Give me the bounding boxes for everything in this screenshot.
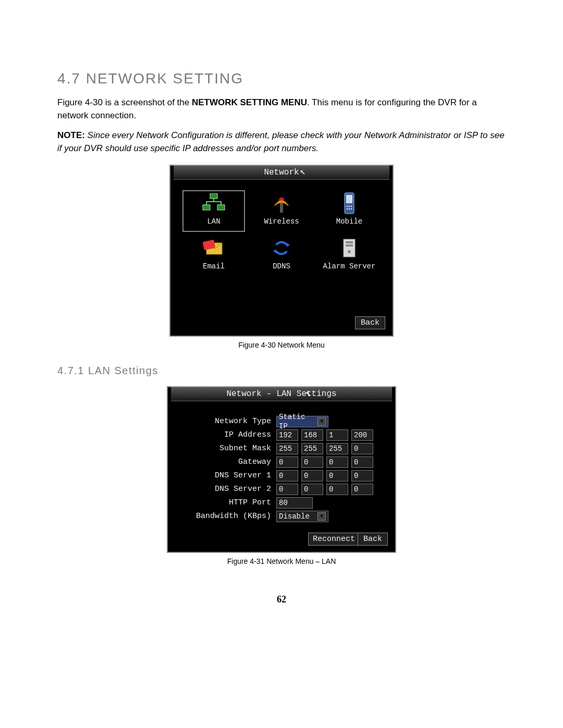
label-subnet-mask: Subnet Mask — [182, 444, 276, 453]
svg-rect-1 — [203, 205, 210, 210]
chevron-down-icon: ▼ — [317, 417, 326, 426]
input-dns1-1[interactable]: 0 — [276, 470, 298, 482]
ddns-icon — [250, 235, 313, 261]
back-button[interactable]: Back — [355, 316, 385, 329]
svg-rect-19 — [346, 244, 353, 246]
input-dns1-4[interactable]: 0 — [351, 470, 373, 482]
menu-item-wireless[interactable]: Wireless — [250, 190, 313, 232]
figure-4-31-caption: Figure 4-31 Network Menu – LAN — [57, 557, 506, 565]
input-ip-3[interactable]: 1 — [326, 429, 348, 441]
svg-point-20 — [348, 250, 351, 253]
note-body: Since every Network Configuration is dif… — [57, 130, 505, 153]
reconnect-button[interactable]: Reconnect — [308, 533, 360, 546]
svg-marker-15 — [287, 243, 290, 247]
label-http-port: HTTP Port — [182, 498, 276, 507]
menu-item-label: Alarm Server — [318, 261, 381, 270]
svg-point-12 — [351, 208, 352, 209]
note-label: NOTE: — [57, 130, 85, 140]
menu-item-label: Email — [182, 261, 245, 270]
figure-4-30-screenshot: ↖ Network LAN — [169, 165, 394, 337]
input-ip-4[interactable]: 200 — [351, 429, 373, 441]
wireless-icon — [250, 190, 313, 216]
input-mask-1[interactable]: 255 — [276, 443, 298, 454]
input-ip-2[interactable]: 168 — [301, 429, 323, 441]
input-dns2-4[interactable]: 0 — [351, 484, 373, 495]
figure-4-30-caption: Figure 4-30 Network Menu — [57, 341, 506, 349]
svg-point-9 — [351, 205, 352, 207]
figure-4-31-screenshot: ↖ Network - LAN Settings Network Type St… — [167, 386, 396, 553]
label-dns1: DNS Server 1 — [182, 471, 276, 480]
input-mask-2[interactable]: 255 — [301, 443, 323, 454]
menu-item-alarm-server[interactable]: Alarm Server — [318, 235, 381, 277]
input-gateway-2[interactable]: 0 — [301, 456, 323, 468]
section-heading: 4.7 NETWORK SETTING — [57, 70, 506, 87]
menu-item-lan[interactable]: LAN — [182, 190, 245, 232]
svg-rect-2 — [217, 205, 225, 210]
svg-marker-16 — [273, 249, 276, 253]
label-network-type: Network Type — [182, 417, 276, 426]
menu-item-label: Mobile — [318, 216, 381, 226]
input-gateway-3[interactable]: 0 — [326, 456, 348, 468]
svg-point-8 — [349, 205, 350, 207]
input-dns1-2[interactable]: 0 — [301, 470, 323, 482]
label-ip-address: IP Address — [182, 430, 276, 439]
input-mask-3[interactable]: 255 — [326, 443, 348, 454]
intro-text-a: Figure 4-30 is a screenshot of the — [57, 97, 192, 107]
svg-rect-0 — [210, 193, 217, 199]
menu-item-label: DDNS — [250, 261, 313, 270]
note-paragraph: NOTE: Since every Network Configuration … — [57, 129, 506, 155]
input-dns2-3[interactable]: 0 — [326, 484, 348, 495]
chevron-down-icon: ▼ — [317, 512, 326, 521]
page-number: 62 — [57, 594, 506, 605]
lan-icon — [182, 190, 245, 216]
input-http-port[interactable]: 80 — [276, 497, 313, 509]
subsection-heading: 4.7.1 LAN Settings — [57, 365, 506, 377]
window-title: Network — [174, 165, 389, 180]
input-dns2-1[interactable]: 0 — [276, 484, 298, 495]
input-ip-1[interactable]: 192 — [276, 429, 298, 441]
menu-item-mobile[interactable]: Mobile — [318, 190, 381, 232]
svg-point-10 — [347, 208, 348, 209]
intro-menu-name: NETWORK SETTING MENU — [192, 97, 307, 107]
back-button[interactable]: Back — [358, 533, 388, 546]
intro-paragraph: Figure 4-30 is a screenshot of the NETWO… — [57, 96, 506, 122]
label-dns2: DNS Server 2 — [182, 485, 276, 493]
menu-item-email[interactable]: Email — [182, 235, 245, 277]
label-gateway: Gateway — [182, 458, 276, 466]
menu-item-label: Wireless — [250, 216, 313, 226]
svg-rect-4 — [280, 203, 283, 213]
select-network-type[interactable]: Static IP ▼ — [276, 416, 328, 427]
email-icon — [182, 235, 245, 261]
select-bandwidth[interactable]: Disable ▼ — [276, 511, 328, 522]
input-gateway-1[interactable]: 0 — [276, 456, 298, 468]
mobile-icon — [318, 190, 381, 216]
svg-point-7 — [347, 205, 348, 207]
input-gateway-4[interactable]: 0 — [351, 456, 373, 468]
select-value: Static IP — [279, 412, 317, 431]
svg-rect-6 — [346, 195, 352, 203]
menu-item-ddns[interactable]: DDNS — [250, 235, 313, 277]
input-dns2-2[interactable]: 0 — [301, 484, 323, 495]
select-value: Disable — [279, 512, 310, 521]
input-dns1-3[interactable]: 0 — [326, 470, 348, 482]
menu-item-label: LAN — [182, 216, 245, 226]
alarm-server-icon — [318, 235, 381, 261]
svg-rect-18 — [346, 241, 353, 243]
svg-point-11 — [349, 208, 350, 209]
input-mask-4[interactable]: 0 — [351, 443, 373, 454]
label-bandwidth: Bandwidth (KBps) — [182, 512, 276, 521]
window-title: Network - LAN Settings — [171, 386, 392, 401]
